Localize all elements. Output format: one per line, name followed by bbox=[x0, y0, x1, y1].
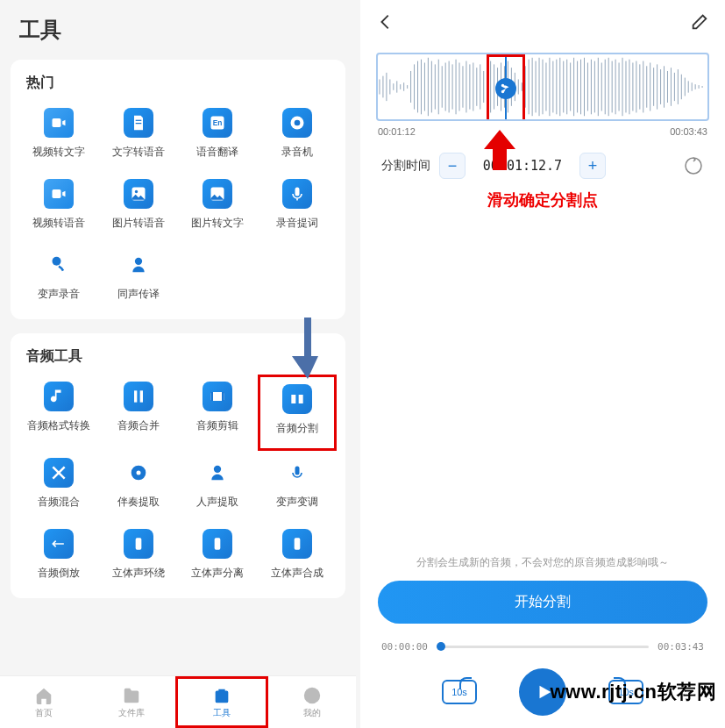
tool-video-to-text[interactable]: 视频转文字 bbox=[19, 101, 99, 172]
audio-grid: 音频格式转换 音频合并 音频剪辑 音频分割 音频混合 伴奏提取 人声提取 变声变… bbox=[19, 375, 337, 593]
tool-stereo-merge[interactable]: 立体声合成 bbox=[258, 522, 338, 593]
back-icon[interactable] bbox=[376, 12, 395, 32]
timeline-track[interactable] bbox=[437, 646, 649, 648]
tool-pitch-change[interactable]: 变声变调 bbox=[258, 451, 338, 522]
rec-icon bbox=[282, 108, 312, 138]
tool-audio-clip[interactable]: 音频剪辑 bbox=[178, 375, 258, 451]
cell-label: 音频分割 bbox=[276, 421, 318, 436]
cell-label: 图片转文字 bbox=[191, 216, 244, 231]
svg-point-22 bbox=[136, 471, 140, 475]
svg-rect-0 bbox=[53, 118, 61, 127]
bottom-nav: 首页 文件库 工具 我的 bbox=[0, 675, 356, 728]
hot-title: 热门 bbox=[19, 74, 337, 101]
wave-end: 00:03:43 bbox=[670, 126, 707, 137]
split-time-row: 分割时间 − 00:01:12.7 + bbox=[360, 139, 725, 184]
tool-voice-change-record[interactable]: 变声录音 bbox=[19, 243, 99, 314]
tool-audio-merge[interactable]: 音频合并 bbox=[99, 375, 179, 451]
tool-text-to-speech[interactable]: 文字转语音 bbox=[99, 101, 179, 172]
tool-audio-reverse[interactable]: 音频倒放 bbox=[19, 522, 99, 593]
tool-simul-interp[interactable]: 同声传译 bbox=[99, 243, 179, 314]
nav-label: 文件库 bbox=[118, 707, 145, 719]
pitch-icon bbox=[282, 458, 312, 488]
waveform[interactable] bbox=[376, 53, 709, 121]
skip-back-button[interactable]: 10s bbox=[442, 680, 477, 704]
svg-point-9 bbox=[135, 190, 138, 193]
tool-stereo-split[interactable]: 立体声分离 bbox=[178, 522, 258, 593]
clip-icon bbox=[203, 382, 232, 411]
nav-files[interactable]: 文件库 bbox=[88, 676, 175, 728]
merge-icon bbox=[124, 382, 153, 411]
cell-label: 立体声合成 bbox=[271, 566, 323, 581]
mic-icon bbox=[282, 179, 312, 209]
cell-label: 文字转语音 bbox=[112, 145, 165, 160]
tool-image-to-speech[interactable]: 图片转语音 bbox=[99, 172, 179, 243]
tool-audio-mix[interactable]: 音频混合 bbox=[19, 451, 99, 522]
hint-text: 滑动确定分割点 bbox=[360, 184, 725, 211]
svg-point-13 bbox=[135, 258, 142, 265]
svg-point-28 bbox=[304, 687, 320, 703]
cell-label: 录音提词 bbox=[276, 216, 318, 231]
svg-point-123 bbox=[686, 158, 701, 174]
cell-label: 音频剪辑 bbox=[196, 418, 238, 433]
svg-rect-27 bbox=[294, 538, 300, 549]
tool-voice-translate[interactable]: En语音翻译 bbox=[178, 101, 258, 172]
nav-home[interactable]: 首页 bbox=[0, 676, 88, 728]
playback-timeline[interactable]: 00:00:00 00:03:43 bbox=[360, 636, 725, 661]
svg-rect-19 bbox=[291, 395, 295, 403]
cell-label: 视频转文字 bbox=[32, 145, 85, 160]
cell-label: 语音翻译 bbox=[196, 145, 238, 160]
person-icon bbox=[124, 250, 153, 280]
img-icon bbox=[124, 179, 153, 209]
split-header bbox=[360, 0, 725, 44]
tool-vocal-extract[interactable]: 人声提取 bbox=[178, 451, 258, 522]
decrease-button[interactable]: − bbox=[439, 153, 466, 179]
split-marker[interactable] bbox=[487, 54, 525, 121]
timeline-total: 00:03:43 bbox=[657, 641, 704, 653]
cell-label: 音频格式转换 bbox=[27, 418, 90, 433]
mix-icon bbox=[44, 458, 74, 488]
text-icon bbox=[44, 108, 74, 138]
reverse-icon bbox=[44, 529, 74, 559]
cell-label: 音频合并 bbox=[117, 418, 160, 433]
tool-accompaniment-extract[interactable]: 伴奏提取 bbox=[99, 451, 179, 522]
increase-button[interactable]: + bbox=[579, 153, 606, 179]
tool-audio-split[interactable]: 音频分割 bbox=[258, 375, 338, 451]
waveform-times: 00:01:12 00:03:43 bbox=[360, 125, 725, 139]
edit-icon[interactable] bbox=[690, 12, 709, 32]
cell-label: 人声提取 bbox=[196, 495, 238, 510]
cell-label: 立体声环绕 bbox=[112, 566, 165, 581]
svg-rect-26 bbox=[215, 538, 221, 549]
skip-forward-button[interactable]: 10s bbox=[608, 680, 643, 704]
tools-screen: 工具 热门 视频转文字 文字转语音 En语音翻译 录音机 视频转语音 图片转语音… bbox=[0, 0, 356, 728]
split-screen: 00:01:12 00:03:43 分割时间 − 00:01:12.7 + 滑动… bbox=[360, 0, 725, 728]
svg-rect-18 bbox=[222, 392, 224, 401]
vid-icon bbox=[44, 179, 74, 209]
svg-rect-24 bbox=[295, 467, 299, 475]
audio-title: 音频工具 bbox=[19, 347, 337, 375]
start-split-button[interactable]: 开始分割 bbox=[378, 581, 707, 624]
timeline-thumb[interactable] bbox=[437, 642, 445, 651]
nav-label: 我的 bbox=[303, 707, 321, 719]
nav-tools[interactable]: 工具 bbox=[178, 686, 266, 719]
svg-rect-11 bbox=[295, 188, 299, 196]
stereo-merge-icon bbox=[282, 529, 312, 559]
img2-icon bbox=[203, 179, 232, 209]
tool-teleprompter[interactable]: 录音提词 bbox=[258, 172, 338, 243]
waveform-svg bbox=[378, 54, 707, 119]
nav-me[interactable]: 我的 bbox=[268, 676, 356, 728]
tool-image-to-text[interactable]: 图片转文字 bbox=[178, 172, 258, 243]
scissor-icon bbox=[495, 78, 516, 99]
tool-audio-format[interactable]: 音频格式转换 bbox=[19, 375, 99, 451]
cell-label: 视频转语音 bbox=[32, 216, 85, 231]
cell-label: 变声变调 bbox=[276, 495, 318, 510]
wave-start: 00:01:12 bbox=[378, 126, 416, 137]
orbit-icon[interactable] bbox=[683, 155, 704, 176]
tool-recorder[interactable]: 录音机 bbox=[258, 101, 338, 172]
svg-rect-7 bbox=[53, 189, 61, 198]
doc-icon bbox=[124, 108, 153, 138]
play-button[interactable] bbox=[519, 668, 566, 716]
svg-rect-20 bbox=[298, 395, 302, 403]
tool-stereo-surround[interactable]: 立体声环绕 bbox=[99, 522, 179, 593]
tool-video-to-speech[interactable]: 视频转语音 bbox=[19, 172, 99, 243]
vocals-icon bbox=[203, 458, 232, 488]
